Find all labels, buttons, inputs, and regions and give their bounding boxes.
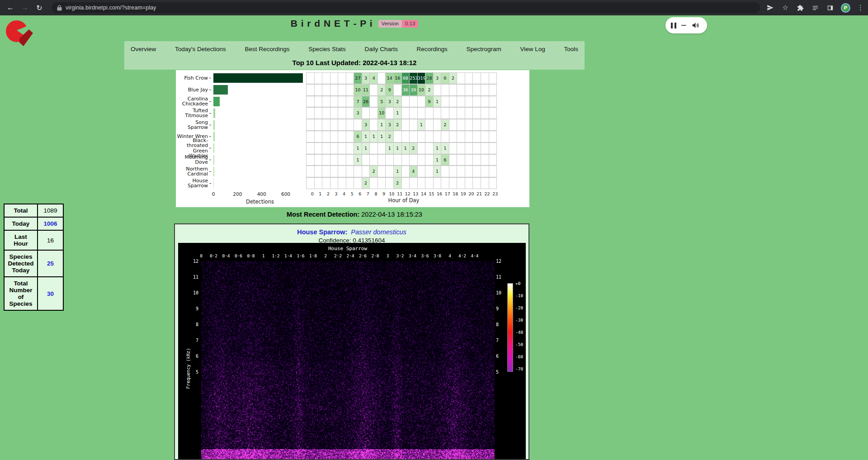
heatmap-cell: 2	[394, 178, 402, 189]
bar-axis-tick-label: 600	[281, 191, 290, 197]
nav-item-view-log[interactable]: View Log	[520, 46, 545, 52]
hour-axis-tick-label: 1	[319, 191, 321, 196]
nav-item-best-recordings[interactable]: Best Recordings	[245, 46, 289, 52]
seek-dash-icon	[681, 25, 686, 26]
heatmap-cell	[338, 178, 346, 189]
reload-button[interactable]: ↻	[33, 2, 45, 14]
spectrogram-x-tick: 3·2	[396, 253, 404, 258]
heatmap-cell: 1	[434, 143, 442, 154]
detections-bar	[213, 179, 214, 188]
heatmap-cell	[338, 85, 346, 96]
heatmap-cell	[410, 178, 418, 189]
heatmap-cell	[441, 166, 449, 177]
heatmap-cell: 2	[449, 73, 458, 84]
heatmap-cell	[457, 178, 465, 189]
heatmap-cell	[315, 143, 323, 154]
address-bar[interactable]: virginia.birdnetpi.com/?stream=play	[52, 2, 760, 13]
nav-item-todays-detections[interactable]: Today's Detections	[175, 46, 226, 52]
heatmap-cell	[418, 166, 426, 177]
chart-row: Carolina Chickadee72653291	[176, 96, 499, 108]
nav-item-tools[interactable]: Tools	[564, 46, 578, 52]
heatmap-cell: 1	[362, 131, 370, 142]
volume-button[interactable]	[691, 21, 700, 29]
spectrogram-x-tick: 0	[200, 253, 203, 258]
table-row: Species Detected Today 25	[4, 250, 63, 277]
heatmap-cell: 7	[354, 96, 362, 108]
hour-axis-tick-label: 21	[476, 191, 482, 196]
detections-bar	[213, 85, 228, 95]
lock-icon[interactable]	[57, 5, 62, 11]
species-label: Fish Crow	[176, 72, 211, 84]
heatmap-cell	[465, 166, 473, 177]
species-label: Black-throated Green Warbler	[176, 142, 211, 154]
heatmap-cell: 3	[362, 73, 370, 84]
profile-avatar[interactable]: P	[841, 3, 850, 13]
heatmap-cell	[481, 178, 489, 189]
species-label: House Sparrow	[176, 177, 211, 189]
bookmark-star-icon[interactable]: ☆	[781, 4, 789, 12]
heatmap-cell	[449, 119, 458, 131]
heatmap-cell	[457, 119, 465, 131]
stat-total-species-link[interactable]: 30	[38, 277, 63, 310]
reading-list-icon[interactable]	[811, 4, 819, 12]
heatmap-cell	[434, 131, 442, 142]
heatmap-cell	[315, 96, 323, 108]
heatmap-cell	[457, 131, 465, 142]
heatmap-cell: 1	[402, 143, 410, 154]
heatmap-cell	[402, 119, 410, 131]
nav-item-recordings[interactable]: Recordings	[417, 46, 448, 52]
heatmap-cell	[330, 178, 339, 189]
heatmap-cell: 2	[386, 131, 394, 142]
heatmap-cell	[362, 108, 370, 119]
heatmap-cell	[346, 155, 354, 166]
heatmap-cell	[457, 108, 465, 119]
heatmap-cell	[378, 178, 386, 189]
detection-common-name[interactable]: House Sparrow:	[297, 228, 347, 236]
nav-item-daily-charts[interactable]: Daily Charts	[364, 46, 398, 52]
spectrogram-x-tick: 2·2	[334, 253, 342, 258]
heatmap-cell	[338, 96, 346, 108]
heatmap-cell: 27	[354, 73, 362, 84]
spectrogram-colorbar	[507, 283, 513, 372]
hour-axis-tick-label: 17	[445, 191, 450, 196]
chart-row: Song Sparrow313212	[176, 119, 499, 131]
stream-audio-player[interactable]	[665, 17, 707, 33]
nav-item-overview[interactable]: Overview	[131, 46, 156, 52]
stat-today-link[interactable]: 1006	[38, 217, 63, 230]
stat-total-species-label: Total Number of Species	[4, 277, 38, 310]
hour-axis-tick-label: 22	[485, 191, 490, 196]
heatmap-cell: 36	[402, 85, 410, 96]
detections-bar	[213, 109, 215, 118]
heatmap-cell	[330, 108, 339, 119]
heatmap-cell	[473, 166, 481, 177]
spectrogram-y-tick: 8	[496, 322, 507, 327]
hour-axis-tick-label: 18	[453, 191, 458, 196]
heatmap-row: 2141	[306, 166, 497, 177]
heatmap-cell	[473, 143, 481, 154]
detection-species-link[interactable]: House Sparrow:Passer domesticus	[175, 228, 528, 236]
colorbar-tick-label: -70	[515, 366, 523, 371]
heatmap-cell	[489, 119, 497, 131]
heatmap-cell	[489, 143, 497, 154]
stat-species-today-link[interactable]: 25	[38, 250, 63, 277]
heatmap-cell	[307, 108, 315, 119]
spectrogram-x-tick: 2·8	[371, 253, 379, 258]
back-button[interactable]: ←	[5, 2, 16, 14]
heatmap-cell	[322, 155, 330, 166]
heatmap-cell	[338, 131, 346, 142]
side-panel-icon[interactable]	[826, 4, 834, 12]
nav-item-spectrogram[interactable]: Spectrogram	[467, 46, 501, 52]
heatmap-cell	[425, 108, 434, 119]
spectrogram-y-tick: 12	[496, 259, 507, 264]
send-icon[interactable]	[766, 4, 774, 12]
nav-item-species-stats[interactable]: Species Stats	[308, 46, 346, 52]
detections-bar	[213, 97, 220, 106]
menu-dots-icon[interactable]: ⋮	[857, 4, 862, 12]
colorbar-tick-label: -30	[515, 318, 523, 322]
pause-button[interactable]	[671, 23, 676, 28]
spectrogram-y-label: Frequency (kHz)	[186, 301, 191, 436]
detection-scientific-name[interactable]: Passer domesticus	[351, 228, 406, 236]
heatmap-cell	[370, 155, 378, 166]
extensions-puzzle-icon[interactable]	[796, 4, 804, 12]
forward-button[interactable]: →	[19, 2, 31, 14]
